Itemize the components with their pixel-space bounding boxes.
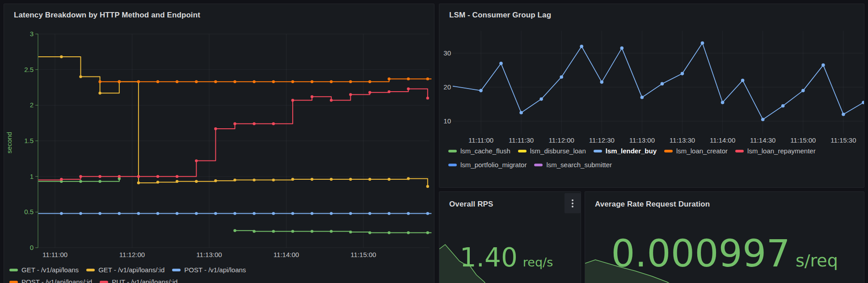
- svg-text:11:14:00: 11:14:00: [274, 251, 299, 258]
- svg-text:1: 1: [30, 173, 34, 180]
- avg-duration-stat-value: 0.000997: [611, 235, 790, 272]
- panel-latency-breakdown: Latency Breakdown by HTTP Method and End…: [4, 4, 434, 283]
- legend-color-pill: [448, 164, 457, 166]
- legend-label: lsm_search_submitter: [546, 161, 612, 169]
- legend-label: lsm_lender_buy: [606, 147, 657, 155]
- kebab-menu-icon[interactable]: [565, 193, 581, 213]
- svg-text:11:12:00: 11:12:00: [549, 136, 574, 144]
- y-axis-unit-label: second: [5, 132, 13, 153]
- svg-text:11:15:00: 11:15:00: [350, 251, 376, 258]
- svg-text:11:15:00: 11:15:00: [790, 136, 816, 144]
- legend-color-pill: [9, 281, 18, 283]
- legend-row: GET - /v1/api/loansGET - /v1/api/loans/:…: [9, 266, 246, 274]
- svg-text:11:14:00: 11:14:00: [710, 136, 735, 144]
- legend-color-pill: [534, 164, 543, 166]
- legend-item[interactable]: lsm_loan_creator: [664, 147, 728, 155]
- legend-label: PUT - /v1/api/loans/:id: [112, 278, 177, 283]
- latency-legend: GET - /v1/api/loansGET - /v1/api/loans/:…: [9, 266, 246, 283]
- panel-average-rate-request-duration: Average Rate Request Duration 0.000997 s…: [585, 191, 864, 283]
- svg-text:2.5: 2.5: [24, 66, 34, 73]
- legend-row: POST - /v1/api/loans/:idPUT - /v1/api/lo…: [9, 278, 246, 283]
- svg-text:1.5: 1.5: [24, 137, 34, 144]
- legend-color-pill: [172, 269, 181, 271]
- legend-label: lsm_loan_repaymenter: [747, 147, 816, 155]
- legend-item[interactable]: lsm_lender_buy: [594, 147, 657, 155]
- latency-chart-canvas[interactable]: 00.511.522.5311:11:0011:12:0011:13:0011:…: [4, 4, 434, 283]
- kebab-dot: [572, 199, 573, 201]
- legend-item[interactable]: lsm_loan_repaymenter: [735, 147, 816, 155]
- panel-title-rps[interactable]: Overall RPS: [449, 200, 493, 209]
- svg-text:11:13:00: 11:13:00: [196, 251, 222, 258]
- legend-item[interactable]: POST - /v1/api/loans: [172, 266, 246, 274]
- panel-title-lag[interactable]: LSM - Consumer Group Lag: [449, 11, 551, 20]
- legend-label: lsm_portfolio_migrator: [460, 161, 527, 169]
- legend-color-pill: [664, 150, 673, 152]
- rps-stat-unit: req/s: [523, 256, 553, 268]
- legend-item[interactable]: lsm_cache_flush: [448, 147, 510, 155]
- legend-row: lsm_cache_flushlsm_disburse_loanlsm_lend…: [448, 147, 816, 155]
- legend-label: lsm_disburse_loan: [530, 147, 586, 155]
- grafana-dashboard: Latency Breakdown by HTTP Method and End…: [0, 0, 868, 283]
- panel-consumer-group-lag: LSM - Consumer Group Lag 10203011:11:001…: [439, 4, 864, 188]
- legend-color-pill: [100, 281, 108, 283]
- rps-stat-value-row: 1.40 req/s: [460, 245, 553, 270]
- kebab-dot: [572, 206, 573, 207]
- svg-text:11:12:30: 11:12:30: [589, 136, 615, 144]
- legend-color-pill: [518, 150, 527, 152]
- legend-color-pill: [594, 150, 602, 152]
- panel-title-latency[interactable]: Latency Breakdown by HTTP Method and End…: [14, 11, 200, 20]
- legend-item[interactable]: lsm_portfolio_migrator: [448, 161, 527, 169]
- legend-item[interactable]: PUT - /v1/api/loans/:id: [100, 278, 177, 283]
- svg-text:11:13:00: 11:13:00: [629, 136, 655, 144]
- legend-label: POST - /v1/api/loans/:id: [21, 278, 92, 283]
- legend-color-pill: [448, 150, 457, 152]
- legend-color-pill: [735, 150, 744, 152]
- legend-item[interactable]: lsm_search_submitter: [534, 161, 612, 169]
- svg-text:20: 20: [443, 83, 451, 91]
- avg-duration-stat-unit: s/req: [796, 252, 838, 269]
- legend-item[interactable]: GET - /v1/api/loans: [9, 266, 79, 274]
- panel-overall-rps: Overall RPS 1.40 req/s: [439, 191, 581, 283]
- svg-text:11:13:30: 11:13:30: [670, 136, 695, 144]
- svg-text:11:11:00: 11:11:00: [42, 251, 67, 258]
- panel-title-avg-duration[interactable]: Average Rate Request Duration: [595, 200, 710, 209]
- legend-color-pill: [9, 269, 18, 271]
- kebab-dot: [572, 203, 573, 204]
- svg-text:10: 10: [443, 117, 451, 125]
- svg-text:0: 0: [30, 244, 34, 251]
- legend-color-pill: [86, 269, 95, 271]
- legend-label: GET - /v1/api/loans: [21, 266, 79, 274]
- svg-text:0.5: 0.5: [24, 208, 34, 215]
- svg-text:11:11:00: 11:11:00: [468, 136, 493, 144]
- svg-text:3: 3: [30, 30, 34, 38]
- svg-text:2: 2: [30, 101, 34, 109]
- legend-label: lsm_cache_flush: [460, 147, 510, 155]
- svg-text:11:15:30: 11:15:30: [830, 136, 856, 144]
- legend-item[interactable]: GET - /v1/api/loans/:id: [86, 266, 164, 274]
- lag-legend: lsm_cache_flushlsm_disburse_loanlsm_lend…: [448, 147, 816, 169]
- avg-duration-stat-value-row: 0.000997 s/req: [611, 235, 838, 272]
- svg-text:30: 30: [443, 49, 451, 57]
- legend-label: POST - /v1/api/loans: [184, 266, 246, 274]
- legend-item[interactable]: lsm_disburse_loan: [518, 147, 586, 155]
- legend-row: lsm_portfolio_migratorlsm_search_submitt…: [448, 161, 816, 169]
- legend-item[interactable]: POST - /v1/api/loans/:id: [9, 278, 92, 283]
- svg-text:11:11:30: 11:11:30: [509, 136, 534, 144]
- rps-stat-value: 1.40: [460, 245, 518, 270]
- legend-label: GET - /v1/api/loans/:id: [98, 266, 164, 274]
- legend-label: lsm_loan_creator: [676, 147, 728, 155]
- svg-text:11:14:30: 11:14:30: [750, 136, 775, 144]
- svg-text:11:12:00: 11:12:00: [119, 251, 145, 258]
